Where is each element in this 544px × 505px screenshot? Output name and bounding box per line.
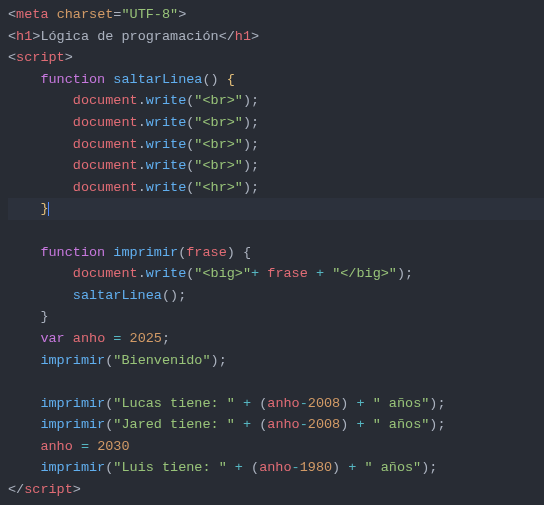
token-cyan: +	[316, 266, 324, 281]
token-string: "<big>"	[194, 266, 251, 281]
token-attr: charset	[57, 7, 114, 22]
token-punct: );	[243, 180, 259, 195]
token-plain	[365, 396, 373, 411]
code-line[interactable]: document.write("<hr>");	[8, 177, 544, 199]
token-punct: );	[429, 417, 445, 432]
token-tag: h1	[16, 29, 32, 44]
token-plain	[8, 288, 73, 303]
token-punct: }	[8, 309, 49, 324]
code-line[interactable]: imprimir("Bienvenido");	[8, 350, 544, 372]
token-ident: anho	[40, 439, 72, 454]
code-line[interactable]: function saltarLinea() {	[8, 69, 544, 91]
token-string: "Bienvenido"	[113, 353, 210, 368]
token-cyan: +	[243, 417, 251, 432]
token-punct: <	[8, 50, 16, 65]
token-punct: >	[65, 50, 73, 65]
code-line[interactable]: document.write("<big>"+ frase + "</big>"…	[8, 263, 544, 285]
code-editor[interactable]: <meta charset="UTF-8"><h1>Lógica de prog…	[0, 0, 544, 505]
token-cyan: -	[292, 460, 300, 475]
code-line[interactable]: <h1>Lógica de programación</h1>	[8, 26, 544, 48]
token-blue: write	[146, 137, 187, 152]
code-line[interactable]: <script>	[8, 47, 544, 69]
code-line[interactable]	[8, 371, 544, 393]
token-tag: meta	[16, 7, 48, 22]
token-punct: <	[8, 29, 16, 44]
token-punct: )	[340, 396, 356, 411]
token-plain	[8, 439, 40, 454]
token-string: "<br>"	[194, 158, 243, 173]
code-line[interactable]: anho = 2030	[8, 436, 544, 458]
code-line[interactable]	[8, 220, 544, 242]
token-blue: write	[146, 93, 187, 108]
code-line[interactable]: }	[8, 306, 544, 328]
token-cyan: -	[300, 396, 308, 411]
token-punct: >	[178, 7, 186, 22]
token-punct: {	[235, 245, 251, 260]
token-blue: write	[146, 115, 187, 130]
token-punct	[49, 7, 57, 22]
token-blue: imprimir	[40, 460, 105, 475]
token-plain	[89, 439, 97, 454]
token-plain	[235, 417, 243, 432]
token-plain	[121, 331, 129, 346]
token-plain	[8, 353, 40, 368]
code-line[interactable]: </script>	[8, 479, 544, 501]
token-cyan: +	[356, 396, 364, 411]
code-line[interactable]: saltarLinea();	[8, 285, 544, 307]
token-plain	[227, 460, 235, 475]
token-string: "<hr>"	[194, 180, 243, 195]
token-ident: anho	[267, 417, 299, 432]
token-num: 2030	[97, 439, 129, 454]
token-keyword: function	[40, 245, 105, 260]
code-line[interactable]: imprimir("Luis tiene: " + (anho-1980) + …	[8, 457, 544, 479]
token-punct: );	[243, 115, 259, 130]
token-punct: );	[243, 93, 259, 108]
code-line[interactable]: document.write("<br>");	[8, 90, 544, 112]
token-string: "UTF-8"	[121, 7, 178, 22]
token-punct: ;	[162, 331, 170, 346]
token-num: 2025	[130, 331, 162, 346]
code-line[interactable]: var anho = 2025;	[8, 328, 544, 350]
token-punct: Lógica de programación	[40, 29, 218, 44]
token-plain	[73, 439, 81, 454]
token-string: "<br>"	[194, 93, 243, 108]
token-keyword: var	[40, 331, 64, 346]
code-line[interactable]: imprimir("Jared tiene: " + (anho-2008) +…	[8, 414, 544, 436]
code-line[interactable]: document.write("<br>");	[8, 155, 544, 177]
code-line[interactable]: document.write("<br>");	[8, 134, 544, 156]
token-punct: .	[138, 266, 146, 281]
code-line[interactable]: imprimir("Lucas tiene: " + (anho-2008) +…	[8, 393, 544, 415]
token-string: "Luis tiene: "	[113, 460, 226, 475]
token-punct: </	[8, 482, 24, 497]
token-plain	[8, 115, 73, 130]
token-blue: saltarLinea	[73, 288, 162, 303]
token-plain	[8, 180, 73, 195]
token-plain	[356, 460, 364, 475]
code-line[interactable]: function imprimir(frase) {	[8, 242, 544, 264]
text-cursor	[48, 202, 49, 217]
token-plain	[219, 72, 227, 87]
token-string: "Lucas tiene: "	[113, 396, 235, 411]
token-string: " años"	[365, 460, 422, 475]
token-ident: anho	[267, 396, 299, 411]
token-num: 2008	[308, 417, 340, 432]
token-blue: write	[146, 266, 187, 281]
token-plain	[8, 374, 16, 389]
token-string: " años"	[373, 396, 430, 411]
token-punct: );	[243, 158, 259, 173]
token-plain	[8, 245, 40, 260]
token-punct: )	[340, 417, 356, 432]
token-ident: document	[73, 137, 138, 152]
token-punct: >	[73, 482, 81, 497]
token-cyan: +	[251, 266, 259, 281]
code-line[interactable]: }	[8, 198, 544, 220]
token-string: " años"	[373, 417, 430, 432]
code-line[interactable]: document.write("<br>");	[8, 112, 544, 134]
token-string: "<br>"	[194, 115, 243, 130]
token-cyan: +	[235, 460, 243, 475]
token-blue: saltarLinea	[113, 72, 202, 87]
token-ident: document	[73, 93, 138, 108]
token-plain	[8, 223, 16, 238]
token-punct: (	[243, 460, 259, 475]
code-line[interactable]: <meta charset="UTF-8">	[8, 4, 544, 26]
